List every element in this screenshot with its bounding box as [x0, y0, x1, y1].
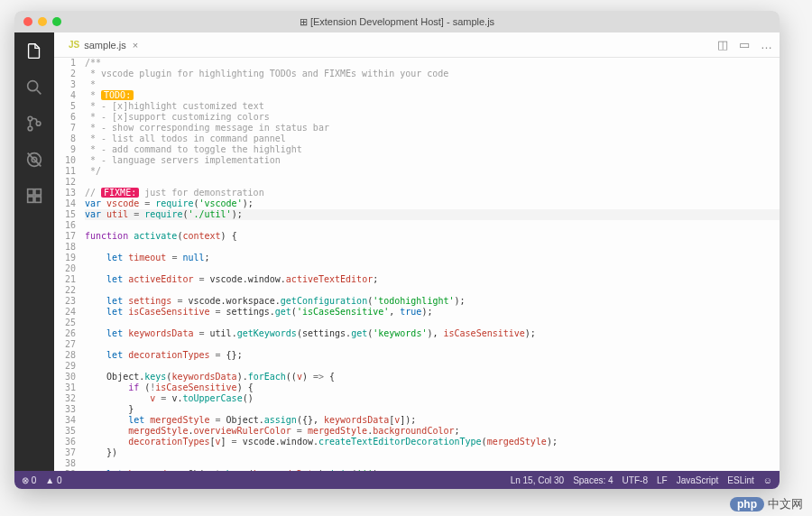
- extensions-icon[interactable]: [24, 186, 44, 206]
- close-window-button[interactable]: [23, 17, 32, 26]
- close-tab-icon[interactable]: ×: [133, 40, 138, 51]
- code-line[interactable]: let settings = vscode.workspace.getConfi…: [85, 296, 780, 307]
- status-language[interactable]: JavaScript: [677, 475, 719, 485]
- explorer-icon[interactable]: [24, 41, 44, 61]
- code-line[interactable]: * - language servers implementation: [85, 155, 780, 166]
- source-control-icon[interactable]: [24, 114, 44, 134]
- code-line[interactable]: var vscode = require('vscode');: [85, 198, 780, 209]
- more-actions-icon[interactable]: …: [761, 38, 772, 51]
- code-line[interactable]: *: [85, 79, 780, 90]
- activity-bar: [14, 32, 54, 471]
- line-number: 10: [54, 155, 76, 166]
- code-line[interactable]: let activeEditor = vscode.window.activeT…: [85, 274, 780, 285]
- code-line[interactable]: [85, 285, 780, 296]
- code-line[interactable]: * - [x]support customizing colors: [85, 112, 780, 123]
- line-number: 30: [54, 372, 76, 382]
- maximize-window-button[interactable]: [52, 17, 61, 26]
- code-editor[interactable]: 1234567891011121314151617181920212223242…: [54, 58, 780, 471]
- code-line[interactable]: [85, 361, 780, 372]
- code-line[interactable]: [85, 220, 780, 231]
- line-number: 6: [54, 112, 76, 123]
- line-number: 38: [54, 458, 76, 469]
- code-line[interactable]: v = v.toUpperCase(): [85, 393, 780, 404]
- line-number: 31: [54, 382, 76, 393]
- code-line[interactable]: mergedStyle.overviewRulerColor = mergedS…: [85, 426, 780, 437]
- status-cursor-position[interactable]: Ln 15, Col 30: [511, 475, 565, 485]
- code-line[interactable]: let mergedStyle = Object.assign({}, keyw…: [85, 415, 780, 426]
- code-line[interactable]: let keywords = Object.keys(keywordsData)…: [85, 469, 780, 471]
- line-number: 13: [54, 188, 76, 198]
- split-editor-icon[interactable]: ◫: [717, 38, 728, 51]
- code-line[interactable]: * - show corresponding message in status…: [85, 123, 780, 134]
- line-number: 2: [54, 69, 76, 79]
- status-encoding[interactable]: UTF-8: [623, 475, 648, 485]
- code-line[interactable]: let timeout = null;: [85, 253, 780, 263]
- titlebar[interactable]: ⊞ [Extension Development Host] - sample.…: [14, 11, 780, 32]
- code-line[interactable]: [85, 339, 780, 350]
- status-feedback-icon[interactable]: ☺: [763, 475, 772, 485]
- code-line[interactable]: }): [85, 447, 780, 458]
- code-line[interactable]: [85, 318, 780, 328]
- status-indentation[interactable]: Spaces: 4: [573, 475, 613, 485]
- status-eol[interactable]: LF: [657, 475, 668, 485]
- line-number: 11: [54, 166, 76, 177]
- line-number: 16: [54, 220, 76, 231]
- minimize-window-button[interactable]: [38, 17, 47, 26]
- line-number: 37: [54, 447, 76, 458]
- line-number: 7: [54, 123, 76, 134]
- line-number: 29: [54, 361, 76, 372]
- code-line[interactable]: * - [x]highlight customized text: [85, 101, 780, 112]
- status-errors[interactable]: ⊗ 0: [22, 475, 36, 485]
- code-line[interactable]: * - add command to toggle the highlight: [85, 144, 780, 155]
- code-line[interactable]: [85, 177, 780, 188]
- code-line[interactable]: decorationTypes[v] = vscode.window.creat…: [85, 437, 780, 447]
- watermark: php 中文网: [730, 496, 803, 512]
- line-number: 24: [54, 307, 76, 318]
- line-number: 21: [54, 274, 76, 285]
- search-icon[interactable]: [24, 78, 44, 97]
- svg-line-1: [37, 90, 42, 95]
- code-line[interactable]: Object.keys(keywordsData).forEach((v) =>…: [85, 372, 780, 382]
- line-number: 15: [54, 209, 76, 220]
- code-line[interactable]: if (!isCaseSensitive) {: [85, 382, 780, 393]
- svg-rect-11: [35, 189, 41, 195]
- svg-rect-9: [28, 197, 33, 202]
- status-warnings[interactable]: ▲ 0: [45, 475, 61, 485]
- line-number: 23: [54, 296, 76, 307]
- code-line[interactable]: [85, 242, 780, 253]
- code-line[interactable]: [85, 458, 780, 469]
- line-number: 22: [54, 285, 76, 296]
- line-number-gutter: 1234567891011121314151617181920212223242…: [54, 58, 85, 471]
- code-line[interactable]: * vscode plugin for highlighting TODOs a…: [85, 69, 780, 79]
- editor-area: JS sample.js × ◫ ▭ … 1234567891011121314…: [54, 32, 780, 471]
- code-line[interactable]: * TODO:: [85, 90, 780, 101]
- line-number: 4: [54, 90, 76, 101]
- code-line[interactable]: let keywordsData = util.getKeywords(sett…: [85, 328, 780, 339]
- code-line[interactable]: let decorationTypes = {};: [85, 350, 780, 361]
- code-line[interactable]: /**: [85, 58, 780, 69]
- layout-icon[interactable]: ▭: [739, 38, 750, 51]
- code-line[interactable]: function activate(context) {: [85, 231, 780, 242]
- code-line[interactable]: // FIXME: just for demonstration: [85, 188, 780, 198]
- code-line[interactable]: let isCaseSensitive = settings.get('isCa…: [85, 307, 780, 318]
- tab-sample-js[interactable]: JS sample.js ×: [61, 32, 145, 57]
- svg-point-2: [28, 116, 32, 121]
- line-number: 12: [54, 177, 76, 188]
- line-number: 27: [54, 339, 76, 350]
- status-bar: ⊗ 0 ▲ 0 Ln 15, Col 30 Spaces: 4 UTF-8 LF…: [14, 471, 780, 489]
- line-number: 34: [54, 415, 76, 426]
- line-number: 3: [54, 79, 76, 90]
- debug-icon[interactable]: [24, 150, 44, 170]
- code-content[interactable]: /** * vscode plugin for highlighting TOD…: [85, 58, 780, 471]
- code-line[interactable]: }: [85, 404, 780, 415]
- code-line[interactable]: var util = require('./util');: [85, 209, 780, 220]
- code-line[interactable]: * - list all todos in command pannel: [85, 134, 780, 144]
- tab-bar: JS sample.js × ◫ ▭ …: [54, 32, 780, 58]
- svg-point-3: [28, 126, 32, 131]
- status-eslint[interactable]: ESLint: [727, 475, 753, 485]
- watermark-text: 中文网: [768, 496, 803, 512]
- code-line[interactable]: */: [85, 166, 780, 177]
- line-number: 35: [54, 426, 76, 437]
- code-line[interactable]: [85, 263, 780, 274]
- line-number: 25: [54, 318, 76, 328]
